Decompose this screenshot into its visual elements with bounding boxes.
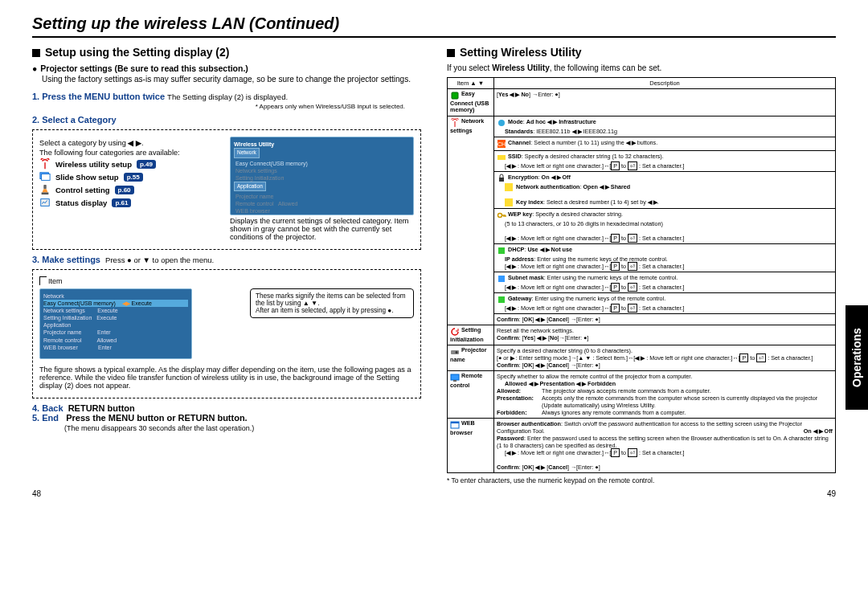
svg-point-18	[456, 351, 458, 353]
row-projname-desc: Specify a desired character string (0 to…	[494, 345, 836, 370]
step-4: 4. Back RETURN button	[32, 403, 421, 413]
slideshow-icon	[39, 171, 51, 182]
step-3: 3. Make settings Press ● or ▼ to open th…	[32, 255, 421, 264]
cat-label: Wireless utility setup	[55, 160, 132, 169]
row-gateway: Gateway: Enter using the numeric keys of…	[494, 292, 836, 313]
gateway-icon	[497, 295, 506, 304]
svg-rect-12	[505, 198, 513, 206]
ssid-icon	[497, 153, 506, 162]
control-icon	[39, 184, 51, 195]
th-desc: Description	[494, 78, 836, 89]
page-badge: p.49	[137, 160, 156, 169]
step-3-desc: Press ● or ▼ to open the menu.	[105, 255, 214, 264]
row-net-confirm: Confirm: [OK] ◀ ▶ [Cancel] →[Enter: ●]	[494, 313, 836, 325]
cat-intro-2: The following four categories are availa…	[39, 149, 223, 157]
row-wep: WEP key: Specify a desired character str…	[494, 208, 836, 243]
cat-row-status: Status display p.61	[39, 197, 223, 208]
svg-rect-4	[41, 199, 50, 206]
side-tab-operations: Operations	[845, 305, 868, 410]
svg-rect-1	[42, 174, 51, 181]
page-number-right: 49	[827, 489, 836, 498]
item-indicator-label: Item	[48, 277, 63, 285]
row-init-item: Setting initialization	[448, 325, 494, 345]
row-easyconnect-item: Easy Connect (USB memory)	[448, 89, 494, 116]
dhcp-icon	[497, 246, 506, 255]
row-mode: Mode: Ad hoc ◀ ▶ Infrastructure Standard…	[494, 116, 836, 137]
svg-rect-5	[452, 92, 458, 99]
th-item: Item ▲ ▼	[448, 78, 494, 89]
svg-rect-10	[499, 178, 504, 182]
page-badge: p.55	[124, 173, 143, 182]
cat-row-control: Control setting p.60	[39, 184, 223, 195]
row-ssid: SSID: Specify a desired character string…	[494, 150, 836, 171]
cat-row-slideshow: Slide Show setup p.55	[39, 171, 223, 182]
page-number-left: 48	[32, 489, 41, 498]
section-heading-setup: Setup using the Setting display (2)	[32, 46, 421, 59]
cat-label: Control setting	[55, 186, 110, 194]
auth-icon	[505, 183, 513, 191]
svg-rect-14	[498, 247, 505, 254]
cat-row-wireless: Wireless utility setup p.49	[39, 158, 223, 170]
settings-table: Item ▲ ▼Description Easy Connect (USB me…	[447, 77, 836, 473]
subsection-note: Using the factory settings as-is may suf…	[42, 75, 421, 84]
step-2: 2. Select a Category	[32, 115, 421, 125]
step-2-box: Select a category by using ◀ ▶. The foll…	[32, 129, 421, 250]
antenna-icon	[39, 158, 51, 170]
page-badge: p.61	[112, 198, 131, 207]
svg-rect-2	[43, 185, 47, 189]
row-channel: CHChannel: Select a number (1 to 11) usi…	[494, 137, 836, 150]
step-5-note: (The menu disappears 30 seconds after th…	[64, 424, 421, 432]
row-subnet: Subnet mask: Enter using the numeric key…	[494, 272, 836, 292]
status-icon	[39, 197, 51, 208]
cat-label: Slide Show setup	[55, 173, 119, 182]
svg-rect-16	[498, 296, 505, 303]
lock-icon	[497, 174, 506, 183]
subsection-heading: Projector settings (Be sure to read this…	[32, 63, 421, 73]
right-column: Setting Wireless Utility If you select W…	[447, 46, 836, 484]
svg-rect-22	[451, 422, 459, 423]
osd-screenshot-1: Wireless Utility Network Easy Connect(US…	[230, 137, 414, 215]
section-heading-wireless: Setting Wireless Utility	[447, 46, 836, 59]
section-heading-text: Setup using the Setting display (2)	[45, 46, 229, 59]
step-5: 5. End Press the MENU button or RETURN b…	[32, 413, 421, 423]
row-remote-item: Remote control	[448, 370, 494, 418]
svg-point-6	[498, 120, 505, 126]
page-badge: p.60	[115, 186, 134, 194]
row-dhcp: DHCP: Use ◀ ▶ Not use IP address: Enter …	[494, 243, 836, 272]
row-web-desc: Browser authentication: Switch on/off th…	[494, 418, 836, 472]
row-init-desc: Reset all the network settings.Confirm: …	[494, 325, 836, 345]
subnet-icon	[497, 274, 506, 284]
svg-point-13	[498, 213, 502, 217]
row-web-item: WEB browser	[448, 418, 494, 472]
step-3-note: The figure shows a typical example. As t…	[39, 366, 414, 390]
table-footnote: * To enter characters, use the numeric k…	[447, 476, 836, 484]
row-projname-item: Projector name	[448, 345, 494, 370]
cat-label: Status display	[55, 198, 107, 207]
svg-text:CH: CH	[497, 141, 506, 147]
osd-screenshot-2: Network Easy Connect(USB memory) ◀▶ Exec…	[39, 288, 192, 359]
section-heading-text: Setting Wireless Utility	[460, 46, 582, 59]
page-title: Setting up the wireless LAN (Continued)	[32, 14, 836, 33]
step-1-desc: The Setting display (2) is displayed.	[167, 92, 288, 101]
svg-rect-11	[505, 183, 513, 191]
svg-rect-15	[498, 276, 505, 282]
row-network-item: Network settings	[448, 116, 494, 325]
svg-rect-9	[497, 155, 506, 160]
cat-intro-1: Select a category by using ◀ ▶.	[39, 138, 223, 147]
step-1: 1. Press the MENU button twice The Setti…	[32, 92, 421, 101]
right-intro: If you select Wireless Utility, the foll…	[447, 63, 836, 72]
horizontal-rule	[32, 36, 836, 38]
row-remote-desc: Specify whether to allow the remote cont…	[494, 370, 836, 418]
svg-rect-19	[451, 374, 459, 380]
step-1-footnote: * Appears only when Wireless/USB input i…	[32, 103, 405, 110]
row-easyconnect-desc: [Yes ◀ ▶ No] →Enter: ●]	[494, 89, 836, 116]
left-column: Setup using the Setting display (2) Proj…	[32, 46, 421, 484]
keyindex-icon	[505, 198, 513, 206]
channel-icon: CH	[497, 139, 506, 149]
step-3-box: Item Network Easy Connect(USB memory) ◀▶…	[32, 269, 421, 398]
key-icon	[497, 210, 506, 220]
osd-desc: Displays the current settings of selecte…	[230, 217, 414, 241]
callout-box: These marks signify the items can be sel…	[250, 288, 414, 318]
svg-rect-3	[42, 193, 49, 195]
row-encryption: Encryption: On ◀ ▶ Off Network authentic…	[494, 171, 836, 208]
